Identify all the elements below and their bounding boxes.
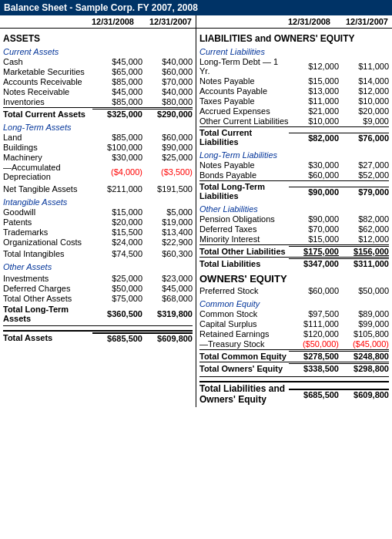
list-item: Deferred Taxes $70,000 $62,000: [199, 224, 389, 234]
inv-2008: $85,000: [92, 97, 142, 106]
right-col-header-2007: 12/31/2007: [338, 17, 388, 26]
liabilities-title: LIABILITIES and OWNERS' EQUITY: [199, 33, 389, 44]
taxes-pay-label: Taxes Payable: [199, 96, 289, 106]
accrued-exp-2008: $21,000: [289, 106, 339, 116]
total-other-liab-row: Total Other Liabilities $175,000 $156,00…: [199, 244, 389, 257]
goodwill-2008: $15,000: [92, 207, 142, 217]
total-owners-equity-2008: $338,500: [289, 363, 339, 373]
machinery-label: Machinery: [3, 153, 92, 162]
notes-pay-2008: $15,000: [289, 76, 339, 86]
acct-rec-2008: $85,000: [92, 77, 142, 86]
total-intangibles-2008: $74,500: [92, 249, 142, 258]
total-intangibles-row: Total Intangibles $74,500 $60,300: [3, 249, 193, 259]
total-other-assets-2008: $75,000: [92, 294, 142, 303]
land-2007: $60,000: [142, 133, 193, 142]
total-common-equity-2008: $278,500: [289, 351, 339, 361]
other-liab-label: Other Liabilities: [199, 204, 389, 214]
retained-earn-label: Retained Earnings: [199, 329, 289, 339]
notes-rec-2007: $40,000: [142, 87, 193, 96]
current-assets-label: Current Assets: [3, 47, 193, 56]
total-lt-liab-2007: $79,000: [339, 187, 389, 197]
header-title: Balance Sheet - Sample Corp. FY 2007, 20…: [4, 2, 198, 13]
total-liab-equity-row: Total Liabilities and Owners' Equity $68…: [199, 381, 389, 406]
preferred-2008: $60,000: [289, 286, 339, 295]
list-item: Retained Earnings $120,000 $105,800: [199, 329, 389, 339]
goodwill-2007: $5,000: [142, 207, 193, 217]
accum-dep-2007: ($3,500): [142, 167, 193, 177]
preferred-stock-label: Preferred Stock: [199, 286, 289, 295]
intangible-label: Intangible Assets: [3, 197, 193, 207]
total-owners-equity-row: Total Owners' Equity $338,500 $298,800: [199, 362, 389, 374]
total-common-equity-label: Total Common Equity: [199, 352, 289, 361]
list-item: Goodwill $15,000 $5,000: [3, 207, 193, 217]
machinery-2007: $25,000: [142, 153, 193, 162]
bonds-pay-2008: $60,000: [289, 170, 339, 180]
patents-2007: $19,000: [142, 217, 193, 227]
total-current-assets-row: Total Current Assets $325,000 $290,000: [3, 107, 193, 120]
total-longterm-2008: $360,500: [92, 309, 142, 318]
notes-pay-2007: $14,000: [339, 76, 389, 86]
ltd-1yr-2007: $11,000: [339, 62, 389, 71]
pension-2008: $90,000: [289, 214, 339, 224]
longterm-liab-label: Long-Term Liabilities: [199, 150, 389, 160]
current-liab-label: Current Liabilities: [199, 47, 389, 56]
total-intangibles-2007: $60,300: [142, 249, 193, 258]
buildings-2007: $90,000: [142, 143, 193, 152]
left-col-header-2008: 12/31/2008: [84, 17, 134, 26]
land-2008: $85,000: [92, 133, 142, 142]
total-longterm-2007: $319,800: [142, 309, 193, 318]
total-current-2008: $325,000: [92, 109, 142, 119]
bonds-pay-2007: $52,000: [339, 170, 389, 180]
buildings-label: Buildings: [3, 143, 92, 152]
list-item: Pension Obligations $90,000 $82,000: [199, 214, 389, 224]
total-assets-row: Total Assets $685,500 $609,800: [3, 330, 193, 344]
net-tangible-label: Net Tangible Assets: [3, 184, 92, 194]
list-item: Cash $45,000 $40,000: [3, 57, 193, 67]
list-item: Buildings $100,000 $90,000: [3, 143, 193, 153]
total-liab-2007: $311,000: [339, 258, 389, 268]
net-tangible-row: Net Tangible Assets $211,000 $191,500: [3, 184, 193, 194]
other-curr-liab-2008: $10,000: [289, 116, 339, 126]
list-item: Deferred Charges $50,000 $45,000: [3, 284, 193, 294]
total-liab-label: Total Liabilities: [199, 259, 289, 268]
accum-dep-label: —Accumulated Depreciation: [3, 163, 92, 181]
left-col-header-2007: 12/31/2007: [142, 17, 192, 26]
treasury-stock-label: —Treasury Stock: [199, 339, 289, 349]
capital-surplus-2007: $99,000: [339, 319, 389, 328]
org-costs-label: Organizational Costs: [3, 237, 92, 247]
acct-pay-2007: $12,000: [339, 86, 389, 96]
investments-2007: $23,000: [142, 274, 193, 283]
trademarks-label: Trademarks: [3, 227, 92, 237]
net-tangible-2008: $211,000: [92, 184, 142, 194]
list-item: Notes Receivable $45,000 $40,000: [3, 87, 193, 97]
cash-2007: $40,000: [142, 57, 193, 66]
inv-label: Inventories: [3, 97, 92, 106]
total-other-liab-label: Total Other Liabilities: [199, 247, 289, 256]
minority-int-2007: $12,000: [339, 234, 389, 244]
acct-pay-2008: $13,000: [289, 86, 339, 96]
list-item: Notes Payable $30,000 $27,000: [199, 160, 389, 170]
deferred-taxes-2007: $62,000: [339, 224, 389, 234]
cash-label: Cash: [3, 57, 92, 66]
machinery-2008: $30,000: [92, 153, 142, 162]
list-item: Machinery $30,000 $25,000: [3, 153, 193, 163]
minority-int-label: Minority Interest: [199, 234, 289, 244]
capital-surplus-label: Capital Surplus: [199, 319, 289, 328]
total-curr-liab-row: Total Current Liabilities $82,000 $76,00…: [199, 126, 389, 147]
lt-notes-pay-label: Notes Payable: [199, 160, 289, 170]
list-item: Capital Surplus $111,000 $99,000: [199, 319, 389, 329]
total-lt-liab-label: Total Long-Term Liabilities: [199, 182, 289, 200]
accum-dep-2008: ($4,000): [92, 167, 142, 177]
total-other-assets-label: Total Other Assets: [3, 294, 92, 303]
common-stock-label: Common Stock: [199, 309, 289, 318]
capital-surplus-2008: $111,000: [289, 319, 339, 328]
total-curr-liab-2007: $76,000: [339, 133, 389, 143]
total-curr-liab-label: Total Current Liabilities: [199, 128, 289, 147]
bonds-pay-label: Bonds Payable: [199, 170, 289, 180]
total-assets-label: Total Assets: [3, 333, 92, 342]
pension-label: Pension Obligations: [199, 214, 289, 224]
treasury-stock-2007: ($45,000): [339, 339, 389, 349]
ltd-1yr-label: Long-Term Debt — 1 Yr.: [199, 57, 289, 76]
patents-label: Patents: [3, 217, 92, 227]
accrued-exp-2007: $20,000: [339, 106, 389, 116]
